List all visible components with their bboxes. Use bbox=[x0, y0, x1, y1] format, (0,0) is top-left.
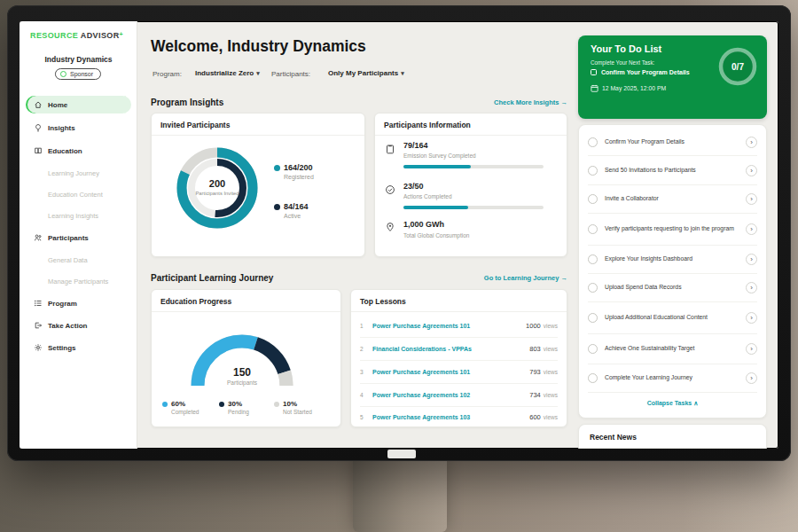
survey-progress-bar bbox=[403, 165, 544, 168]
check-more-insights-link[interactable]: Check More Insights → bbox=[427, 98, 567, 106]
gear-icon bbox=[34, 343, 43, 352]
lesson-row[interactable]: 1 Power Purchase Agreements 101 1000view… bbox=[360, 315, 558, 338]
screen: RESOURCE ADVISOR+ Industry Dynamics Spon… bbox=[20, 21, 778, 449]
actions-label: Actions Completed bbox=[403, 193, 452, 200]
sidebar-item-insights[interactable]: Insights bbox=[26, 119, 131, 137]
chevron-right-icon[interactable]: › bbox=[746, 193, 757, 205]
org-name: Industry Dynamics bbox=[20, 55, 137, 64]
legend-active: 84/164 Active bbox=[274, 202, 309, 219]
sidebar-item-take-action[interactable]: Take Action bbox=[26, 317, 131, 334]
section-learning-journey: Participant Learning Journey bbox=[151, 273, 273, 283]
chevron-right-icon[interactable]: › bbox=[746, 312, 757, 324]
list-icon bbox=[34, 299, 43, 308]
program-filter-dropdown[interactable]: Industrialize Zero▾ bbox=[195, 69, 260, 77]
sidebar-item-label: General Data bbox=[48, 256, 88, 264]
task-checkbox-icon[interactable] bbox=[588, 254, 598, 264]
legend-pending: 30% Pending bbox=[219, 400, 249, 415]
next-task-row[interactable]: Confirm Your Program Details bbox=[591, 69, 690, 75]
lesson-link[interactable]: Financial Considerations - VPPAs bbox=[372, 346, 529, 352]
task-checkbox-icon[interactable] bbox=[588, 313, 598, 323]
sidebar-item-label: Education bbox=[48, 147, 82, 155]
donut-center-value: 200 bbox=[209, 178, 225, 189]
due-date-label: 12 May 2025, 12:00 PM bbox=[602, 85, 666, 91]
task-checkbox-icon[interactable] bbox=[588, 166, 598, 176]
sidebar-item-settings[interactable]: Settings bbox=[26, 339, 131, 356]
task-checkbox-icon[interactable] bbox=[588, 283, 598, 293]
task-row[interactable]: Send 50 Invitations to Participants › bbox=[588, 156, 757, 185]
sidebar: RESOURCE ADVISOR+ Industry Dynamics Spon… bbox=[20, 21, 137, 449]
sidebar-item-learning-journey[interactable]: Learning Journey bbox=[26, 164, 131, 182]
task-row[interactable]: Verify participants requesting to join t… bbox=[588, 214, 757, 246]
sidebar-item-education-content[interactable]: Education Content bbox=[26, 185, 131, 203]
sponsor-icon bbox=[60, 71, 66, 77]
task-row[interactable]: Explore Your Insights Dashboard › bbox=[588, 246, 757, 274]
sidebar-item-participants[interactable]: Participants bbox=[26, 229, 131, 246]
divider bbox=[351, 311, 567, 312]
chevron-right-icon[interactable]: › bbox=[746, 254, 757, 265]
gauge-center-label: Participants bbox=[189, 379, 295, 386]
participants-filter-label: Participants: bbox=[271, 70, 310, 78]
task-row[interactable]: Upload Spend Data Records › bbox=[588, 274, 757, 302]
monitor-stand bbox=[353, 458, 447, 532]
home-icon bbox=[34, 100, 43, 109]
sidebar-item-label: Education Content bbox=[48, 191, 103, 199]
lesson-link[interactable]: Power Purchase Agreements 102 bbox=[372, 392, 529, 398]
chevron-right-icon[interactable]: › bbox=[746, 343, 757, 355]
task-row[interactable]: Complete Your Learning Journey › bbox=[588, 364, 757, 393]
card-title: Top Lessons bbox=[360, 297, 406, 306]
collapse-tasks-link[interactable]: Collapse Tasks ∧ bbox=[579, 400, 766, 407]
donut-center: 200 Participants Invited bbox=[173, 144, 262, 232]
program-filter-label: Program: bbox=[153, 70, 182, 78]
recent-news-title: Recent News bbox=[590, 433, 637, 442]
sidebar-item-label: Home bbox=[48, 101, 67, 109]
sidebar-item-label: Manage Participants bbox=[48, 278, 108, 286]
chevron-down-icon: ▾ bbox=[256, 70, 260, 76]
todo-subtitle: Complete Your Next Task: bbox=[591, 59, 654, 66]
lesson-link[interactable]: Power Purchase Agreements 103 bbox=[372, 414, 529, 420]
lesson-row[interactable]: 2 Financial Considerations - VPPAs 803vi… bbox=[360, 338, 558, 361]
task-checkbox-icon[interactable] bbox=[588, 224, 598, 234]
sidebar-item-learning-insights[interactable]: Learning Insights bbox=[26, 207, 131, 224]
card-title: Education Progress bbox=[160, 297, 231, 306]
actions-progress-bar bbox=[403, 206, 544, 209]
lesson-link[interactable]: Power Purchase Agreements 101 bbox=[372, 369, 529, 375]
sidebar-item-education[interactable]: Education bbox=[26, 142, 131, 160]
lesson-row[interactable]: 3 Power Purchase Agreements 101 793views bbox=[360, 361, 558, 384]
chevron-right-icon[interactable]: › bbox=[746, 282, 757, 293]
checkbox-icon[interactable] bbox=[591, 69, 597, 75]
chevron-right-icon[interactable]: › bbox=[746, 165, 757, 176]
sidebar-item-home[interactable]: Home bbox=[26, 96, 131, 113]
page-title: Welcome, Industry Dynamics bbox=[151, 37, 366, 56]
divider bbox=[152, 135, 364, 136]
task-row[interactable]: Achieve One Sustainability Target › bbox=[588, 334, 757, 364]
sidebar-item-label: Program bbox=[48, 300, 77, 308]
chevron-right-icon[interactable]: › bbox=[746, 372, 757, 384]
chevron-right-icon[interactable]: › bbox=[746, 137, 757, 148]
task-row[interactable]: Confirm Your Program Details › bbox=[588, 129, 757, 156]
sidebar-item-program[interactable]: Program bbox=[26, 294, 131, 312]
sidebar-item-label: Learning Journey bbox=[48, 169, 99, 177]
monitor-bezel: RESOURCE ADVISOR+ Industry Dynamics Spon… bbox=[7, 5, 791, 461]
program-filter-value: Industrialize Zero bbox=[195, 69, 254, 77]
check-circle-icon bbox=[385, 184, 395, 195]
task-row[interactable]: Upload Additional Educational Content › bbox=[588, 302, 757, 334]
lesson-link[interactable]: Power Purchase Agreements 101 bbox=[372, 323, 526, 329]
task-checkbox-icon[interactable] bbox=[588, 194, 598, 204]
task-checkbox-icon[interactable] bbox=[588, 137, 598, 147]
task-checkbox-icon[interactable] bbox=[588, 373, 598, 383]
actions-value: 23/50 bbox=[403, 182, 424, 191]
sidebar-item-general-data[interactable]: General Data bbox=[26, 251, 131, 269]
task-row[interactable]: Invite a Collaborator › bbox=[588, 185, 757, 214]
lesson-row[interactable]: 5 Power Purchase Agreements 103 600views bbox=[360, 407, 558, 426]
completed-dot-icon bbox=[162, 402, 168, 407]
participants-filter-dropdown[interactable]: Only My Participants▾ bbox=[328, 69, 404, 77]
go-to-learning-journey-link[interactable]: Go to Learning Journey → bbox=[427, 274, 567, 282]
arrow-right-icon: → bbox=[561, 98, 568, 106]
not-started-dot-icon bbox=[274, 402, 279, 407]
chevron-up-icon: ∧ bbox=[693, 400, 698, 406]
arrow-right-icon: → bbox=[561, 274, 568, 282]
lesson-row[interactable]: 4 Power Purchase Agreements 102 734views bbox=[360, 384, 558, 407]
chevron-right-icon[interactable]: › bbox=[746, 223, 757, 235]
task-checkbox-icon[interactable] bbox=[588, 344, 598, 354]
sidebar-item-manage-participants[interactable]: Manage Participants bbox=[26, 272, 131, 290]
